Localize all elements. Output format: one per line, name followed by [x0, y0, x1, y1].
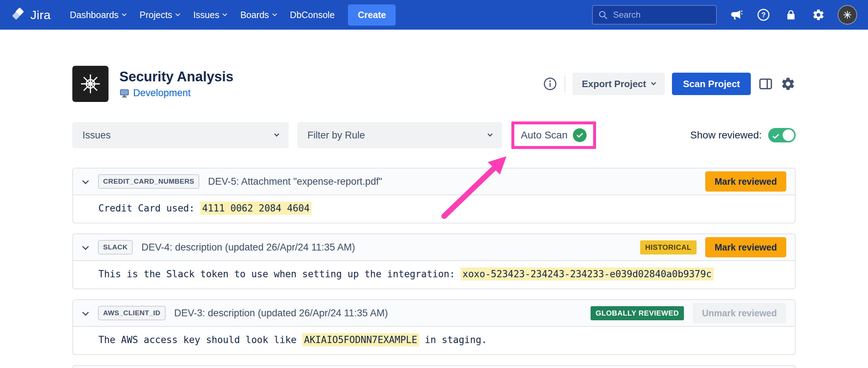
finding-card: AWS_CLIENT_ID DEV-3: description (update… — [72, 299, 796, 355]
svg-text:?: ? — [761, 11, 766, 19]
divider — [565, 76, 565, 92]
snippet-highlight: AKIAIO5FODNN7EXAMPLE — [302, 333, 419, 346]
rule-badge: AWS_CLIENT_ID — [98, 306, 166, 320]
snippet-text: in staging. — [419, 334, 487, 345]
finding-snippet: This is the Slack token to use when sett… — [98, 268, 714, 281]
project-header: Security Analysis Development — [72, 66, 796, 102]
nav-utilities: ? — [592, 5, 857, 25]
security-lock-button[interactable] — [783, 7, 799, 23]
collapse-chevron-icon[interactable] — [82, 243, 89, 250]
jira-logo-icon — [11, 7, 26, 22]
breadcrumb: Development — [119, 87, 233, 99]
jira-logo[interactable]: Jira — [11, 7, 51, 22]
rule-badge: CREDIT_CARD_NUMBERS — [98, 174, 199, 189]
search-input[interactable] — [612, 9, 711, 20]
nav-issues-label: Issues — [193, 10, 219, 20]
snippet-text: This is the Slack token to use when sett… — [98, 269, 461, 279]
question-circle-icon: ? — [757, 8, 770, 21]
export-project-label: Export Project — [582, 78, 646, 90]
mark-reviewed-button[interactable]: Mark reviewed — [705, 237, 786, 257]
project-avatar — [72, 66, 109, 102]
findings-list: CREDIT_CARD_NUMBERS DEV-5: Attachment "e… — [72, 168, 796, 368]
user-avatar[interactable] — [838, 5, 857, 25]
chevron-down-icon — [651, 80, 656, 85]
filter-row: Issues Filter by Rule Auto Scan Show rev… — [72, 121, 796, 149]
finding-card: CREDIT_CARD_NUMBERS DEV-5: Attachment "e… — [72, 168, 796, 223]
nav-dbconsole-label: DbConsole — [290, 10, 335, 20]
detail-view-button[interactable] — [758, 76, 773, 91]
project-settings-button[interactable] — [780, 76, 796, 91]
project-avatar-art — [78, 72, 102, 96]
toggle-check-icon — [772, 131, 780, 143]
export-project-button[interactable]: Export Project — [573, 73, 665, 95]
issues-dropdown-label: Issues — [82, 130, 111, 141]
chevron-down-icon — [272, 12, 277, 16]
megaphone-icon — [729, 8, 743, 21]
announcements-button[interactable] — [728, 7, 744, 23]
nav-dashboards[interactable]: Dashboards — [63, 0, 133, 30]
panel-layout-icon — [758, 76, 773, 91]
title-block: Security Analysis Development — [119, 69, 233, 99]
chevron-down-icon — [122, 12, 127, 16]
scan-project-button[interactable]: Scan Project — [672, 73, 751, 95]
auto-scan-toggle[interactable]: Auto Scan — [521, 128, 587, 142]
show-reviewed-control: Show reviewed: — [690, 128, 796, 142]
nav-boards[interactable]: Boards — [233, 0, 283, 30]
project-monitor-icon — [119, 88, 129, 98]
mark-reviewed-button[interactable]: Mark reviewed — [705, 171, 786, 192]
finding-title: DEV-4: description (updated 26/Apr/24 11… — [141, 242, 355, 253]
create-button[interactable]: Create — [348, 4, 396, 26]
show-reviewed-label: Show reviewed: — [690, 129, 762, 141]
rule-filter-label: Filter by Rule — [307, 130, 365, 141]
collapse-chevron-icon[interactable] — [82, 177, 89, 184]
finding-body: Credit Card used: 4111 0062 2084 4604 — [73, 195, 795, 223]
search-icon — [598, 10, 608, 20]
lock-icon — [785, 9, 797, 21]
rule-badge: SLACK — [98, 240, 133, 254]
nav-dashboards-label: Dashboards — [70, 10, 119, 20]
nav-issues[interactable]: Issues — [186, 0, 233, 30]
avatar-pattern-icon — [842, 9, 853, 20]
scan-project-label: Scan Project — [683, 78, 740, 90]
help-button[interactable]: ? — [755, 7, 772, 23]
search-box[interactable] — [592, 5, 717, 25]
show-reviewed-toggle[interactable] — [768, 128, 796, 142]
finding-card-header: CREDIT_CARD_NUMBERS DEV-5: Attachment "e… — [73, 168, 795, 195]
page-content: Security Analysis Development — [0, 30, 868, 368]
finding-card-header: SLACK DEV-4: description (updated 26/Apr… — [73, 234, 795, 261]
finding-card: SLACK DEV-4: description (updated 26/Apr… — [72, 234, 796, 289]
finding-card-partial — [72, 365, 796, 368]
settings-button[interactable] — [810, 7, 827, 23]
nav-boards-label: Boards — [240, 10, 269, 20]
project-link[interactable]: Development — [133, 87, 191, 99]
nav-projects[interactable]: Projects — [133, 0, 186, 30]
collapse-chevron-icon[interactable] — [82, 309, 89, 316]
unmark-reviewed-button[interactable]: Unmark reviewed — [693, 303, 786, 323]
nav-dbconsole[interactable]: DbConsole — [283, 0, 342, 30]
info-button[interactable] — [543, 77, 557, 91]
snippet-text: The AWS access key should look like — [98, 334, 302, 345]
gear-icon — [780, 76, 796, 91]
auto-scan-label: Auto Scan — [521, 129, 567, 141]
chevron-down-icon — [223, 12, 227, 16]
top-navigation: Jira Dashboards Projects Issues Boards D… — [0, 0, 868, 30]
chevron-down-icon — [274, 132, 279, 137]
finding-body: This is the Slack token to use when sett… — [73, 261, 795, 288]
snippet-text: Credit Card used: — [98, 203, 200, 214]
historical-badge: HISTORICAL — [640, 240, 697, 254]
page-title: Security Analysis — [119, 69, 233, 85]
info-icon — [543, 77, 557, 91]
snippet-highlight: 4111 0062 2084 4604 — [200, 202, 311, 215]
issues-dropdown[interactable]: Issues — [72, 122, 289, 148]
nav-projects-label: Projects — [140, 10, 172, 20]
finding-snippet: Credit Card used: 4111 0062 2084 4604 — [98, 202, 311, 215]
toggle-knob — [783, 129, 794, 141]
auto-scan-check-icon — [573, 128, 587, 142]
jira-logo-text: Jira — [30, 8, 51, 22]
gear-icon — [812, 8, 825, 21]
finding-card-header: AWS_CLIENT_ID DEV-3: description (update… — [73, 300, 795, 327]
finding-body: The AWS access key should look like AKIA… — [73, 327, 795, 354]
header-actions: Export Project Scan Project — [543, 73, 796, 95]
chevron-down-icon — [175, 12, 180, 16]
rule-filter-dropdown[interactable]: Filter by Rule — [297, 122, 502, 148]
